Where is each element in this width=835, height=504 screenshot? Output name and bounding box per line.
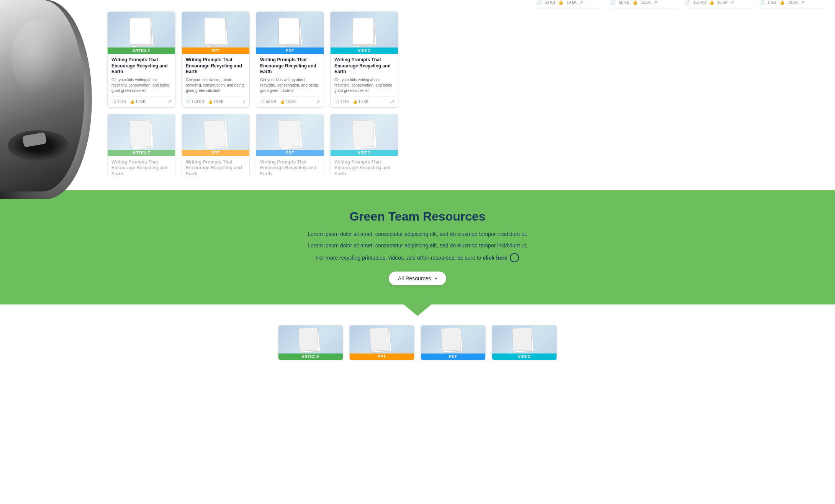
- doc-page: [441, 327, 461, 351]
- type-badge: PDF: [256, 47, 324, 54]
- resource-card[interactable]: PPT Writing Prompts That Encourage Recyc…: [182, 114, 250, 175]
- green-section-title: Green Team Resources: [8, 209, 827, 224]
- doc-page: [370, 327, 390, 351]
- resource-card[interactable]: PDF Writing Prompts That Encourage Recyc…: [256, 114, 324, 175]
- file-size-2: 50 KB: [619, 0, 629, 5]
- card-footer-size: 📄 150 KB: [186, 100, 204, 104]
- card-thumbnail: PDF: [421, 326, 485, 360]
- like-count-2: 10.5K: [641, 0, 651, 5]
- type-badge: PPT: [182, 47, 249, 54]
- card-likes: 10.5K: [214, 100, 224, 104]
- card-title: Writing Prompts That Encourage Recycling…: [260, 159, 320, 175]
- green-team-section: Green Team Resources Lorem ipsum dolor s…: [0, 190, 835, 304]
- top-section: 📄 50 KB 👍 10.5K ↗ 📄 50 KB 👍 10.5K: [0, 0, 835, 190]
- card-footer-size: 📄 50 KB: [260, 100, 276, 104]
- top-row-item-icons: 📄 150 KB 👍 10.5K ↗: [685, 0, 734, 5]
- card-title: Writing Prompts That Encourage Recycling…: [334, 57, 394, 75]
- top-row-item: 📄 50 KB 👍 10.5K ↗: [536, 0, 604, 8]
- card-title: Writing Prompts That Encourage Recycling…: [186, 57, 246, 75]
- resource-card[interactable]: ARTICLE Writing Prompts That Encourage R…: [107, 114, 175, 175]
- pencil-decoration: [774, 0, 835, 84]
- share-icon[interactable]: ↗: [730, 0, 734, 5]
- doc-page: [204, 18, 225, 45]
- card-description: Get your kids writing about recycling, c…: [111, 77, 171, 93]
- card-footer-likes: 👍 10.5K: [208, 100, 224, 104]
- share-icon[interactable]: ↗: [580, 0, 583, 5]
- pencil-line-2: [783, 0, 835, 36]
- card-body: Writing Prompts That Encourage Recycling…: [256, 156, 324, 175]
- type-badge: PDF: [256, 150, 324, 156]
- card-title: Writing Prompts That Encourage Recycling…: [334, 159, 394, 175]
- like-icon: 👍: [130, 100, 134, 104]
- file-icon: 📄: [111, 100, 116, 104]
- doc-page: [204, 120, 226, 147]
- type-badge: ARTICLE: [108, 150, 175, 156]
- card-thumbnail: PPT: [182, 12, 249, 54]
- share-icon[interactable]: ↗: [242, 99, 246, 104]
- doc-stack: [128, 120, 155, 151]
- file-icon: 📄: [186, 100, 190, 104]
- all-resources-button[interactable]: All Resources ▾: [389, 272, 446, 285]
- file-icon: 📄: [260, 100, 265, 104]
- resource-card[interactable]: PDF Writing Prompts That Encourage Recyc…: [256, 11, 324, 108]
- card-title: Writing Prompts That Encourage Recycling…: [111, 159, 171, 175]
- card-grid-row1: ARTICLE Writing Prompts That Encourage R…: [107, 11, 398, 108]
- type-badge: ARTICLE: [108, 47, 175, 54]
- like-icon: 👍: [208, 100, 213, 104]
- file-icon: 📄: [685, 0, 690, 5]
- file-icon: 📄: [334, 100, 339, 104]
- share-icon[interactable]: ↗: [654, 0, 657, 5]
- link-prefix-text: For more recycling printables, videos, a…: [316, 255, 481, 261]
- card-footer-size: 📄 1 GB: [334, 100, 349, 104]
- doc-page: [512, 327, 532, 351]
- doc-stack: [202, 18, 229, 48]
- green-section-desc2: Lorem ipsum dolor sit amet, consectetur …: [8, 241, 827, 250]
- doc-stack: [128, 18, 155, 48]
- green-section-desc1: Lorem ipsum dolor sit amet, consectetur …: [8, 230, 827, 238]
- card-thumbnail: ARTICLE: [278, 326, 343, 360]
- top-row-item: 📄 150 KB 👍 10.5K ↗: [685, 0, 753, 8]
- type-badge: VIDEO: [331, 150, 398, 156]
- card-size: 150 KB: [192, 100, 204, 104]
- resource-card[interactable]: VIDEO Writing Prompts That Encourage Rec…: [330, 114, 398, 175]
- card-thumbnail: VIDEO: [331, 114, 398, 156]
- type-badge: ARTICLE: [278, 353, 343, 360]
- card-body: Writing Prompts That Encourage Recycling…: [108, 54, 175, 107]
- card-thumbnail: PDF: [256, 12, 324, 54]
- type-badge: VIDEO: [331, 47, 398, 54]
- type-badge: PPT: [350, 353, 414, 360]
- click-here-link[interactable]: click here →: [483, 253, 519, 262]
- resource-card[interactable]: VIDEO: [492, 325, 557, 360]
- resource-card[interactable]: PPT Writing Prompts That Encourage Recyc…: [182, 11, 250, 108]
- type-badge: VIDEO: [492, 353, 557, 360]
- card-size: 1 GB: [117, 100, 126, 104]
- content-area: 📄 50 KB 👍 10.5K ↗ 📄 50 KB 👍 10.5K: [92, 0, 835, 183]
- card-footer: 📄 1 GB 👍 10.5K ↗: [334, 97, 394, 104]
- resource-card[interactable]: VIDEO Writing Prompts That Encourage Rec…: [330, 11, 398, 108]
- green-section-link-line: For more recycling printables, videos, a…: [8, 253, 827, 262]
- card-thumbnail: PPT: [350, 326, 414, 360]
- card-body: Writing Prompts That Encourage Recycling…: [331, 54, 398, 107]
- like-icon: 👍: [353, 100, 357, 104]
- card-body: Writing Prompts That Encourage Recycling…: [256, 54, 324, 107]
- like-count-1: 10.5K: [566, 0, 576, 5]
- resource-card[interactable]: ARTICLE Writing Prompts That Encourage R…: [107, 11, 175, 108]
- card-thumbnail: PDF: [256, 114, 324, 156]
- file-icon: 📄: [536, 0, 542, 5]
- doc-stack: [351, 18, 378, 48]
- card-footer: 📄 50 KB 👍 10.5K ↗: [260, 97, 320, 104]
- resource-card[interactable]: PDF: [421, 325, 486, 360]
- doc-page: [298, 327, 318, 351]
- resource-card[interactable]: PPT: [349, 325, 414, 360]
- card-thumbnail: ARTICLE: [108, 114, 175, 156]
- doc-page: [353, 18, 374, 45]
- share-icon[interactable]: ↗: [168, 99, 171, 104]
- share-icon[interactable]: ↗: [391, 99, 394, 104]
- bottom-card-row: ARTICLE PPT: [272, 325, 563, 360]
- resource-card[interactable]: ARTICLE: [278, 325, 343, 360]
- like-icon: 👍: [709, 0, 714, 5]
- doc-page: [278, 120, 300, 147]
- card-body: Writing Prompts That Encourage Recycling…: [108, 156, 175, 175]
- like-icon: 👍: [558, 0, 563, 5]
- share-icon[interactable]: ↗: [316, 99, 320, 104]
